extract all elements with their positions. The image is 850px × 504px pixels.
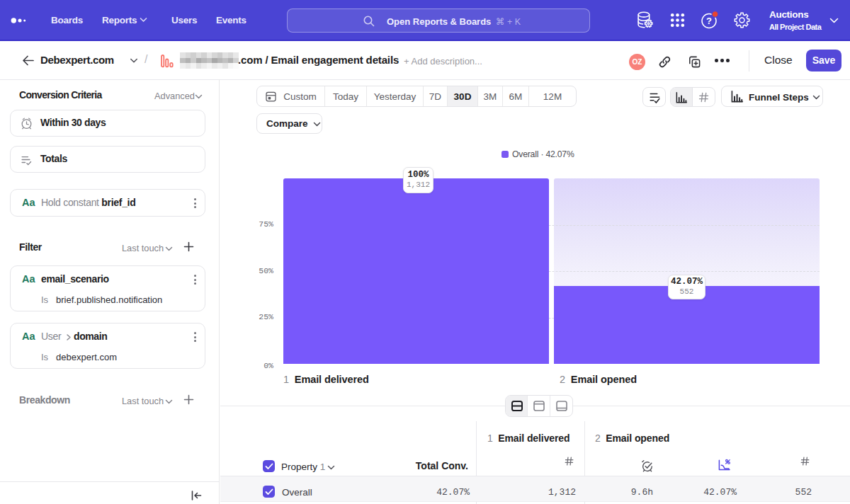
- svg-text:?: ?: [706, 16, 712, 26]
